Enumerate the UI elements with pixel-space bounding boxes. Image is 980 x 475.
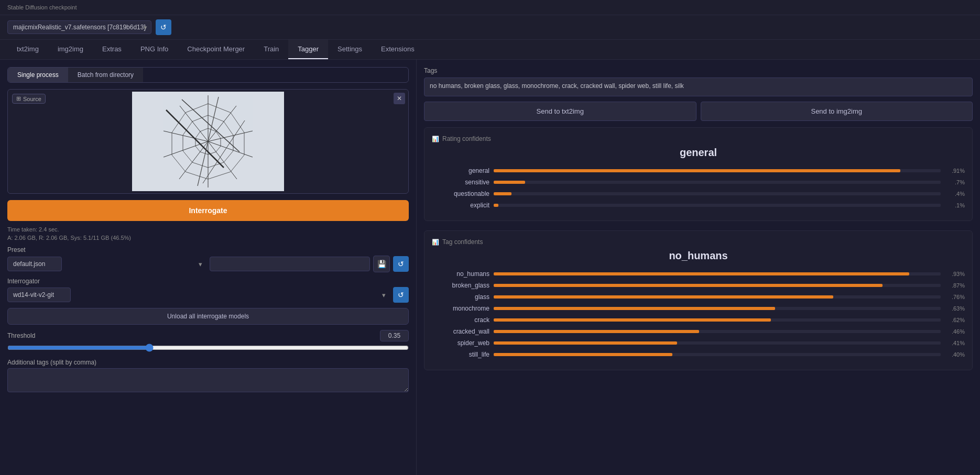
bar-track-sensitive xyxy=(494,181,941,184)
left-panel: Single process Batch from directory ⊞ So… xyxy=(0,60,417,475)
bar-fill-spider-web xyxy=(494,341,677,345)
bar-label-broken-glass: broken_glass xyxy=(432,282,489,289)
tab-extras[interactable]: Extras xyxy=(93,40,131,59)
bar-row-still-life: still_life .40% xyxy=(432,351,965,358)
app-title: Stable Diffusion checkpoint xyxy=(7,4,77,10)
interrogator-select[interactable]: wd14-vit-v2-git xyxy=(7,288,71,302)
threshold-slider[interactable] xyxy=(7,344,409,352)
rating-section: 📊 Rating confidents general general .91%… xyxy=(424,127,973,221)
bar-label-glass: glass xyxy=(432,293,489,301)
unload-models-btn[interactable]: Unload all interrogate models xyxy=(7,308,409,325)
bar-pct-general: .91% xyxy=(945,168,965,174)
bar-label-still-life: still_life xyxy=(432,351,489,358)
bar-pct-cracked-wall: .46% xyxy=(945,328,965,335)
close-image-btn[interactable]: ✕ xyxy=(394,93,405,104)
bar-pct-crack: .62% xyxy=(945,317,965,323)
threshold-label: Threshold xyxy=(7,332,35,339)
tags-label: Tags xyxy=(424,67,973,74)
tab-txt2img[interactable]: txt2img xyxy=(7,40,48,59)
additional-tags-label: Additional tags (split by comma) xyxy=(7,359,409,366)
tab-settings[interactable]: Settings xyxy=(328,40,372,59)
bar-label-spider-web: spider_web xyxy=(432,339,489,347)
bar-fill-explicit xyxy=(494,204,498,207)
bar-pct-questionable: .4% xyxy=(945,191,965,197)
rating-header-label: Rating confidents xyxy=(442,135,491,142)
refresh-preset-btn[interactable]: ↺ xyxy=(393,256,409,272)
tab-img2img[interactable]: img2img xyxy=(48,40,93,59)
bar-row-general: general .91% xyxy=(432,167,965,174)
bar-fill-monochrome xyxy=(494,307,775,310)
bar-label-no-humans: no_humans xyxy=(432,270,489,278)
tag-section: 📊 Tag confidents no_humans no_humans .93… xyxy=(424,230,973,370)
bar-fill-no-humans xyxy=(494,272,909,275)
tab-checkpoint-merger[interactable]: Checkpoint Merger xyxy=(178,40,254,59)
bar-row-spider-web: spider_web .41% xyxy=(432,339,965,347)
bar-label-general: general xyxy=(432,167,489,174)
preset-select[interactable]: default.json xyxy=(7,257,62,271)
threshold-row: Threshold xyxy=(7,330,409,341)
source-label: ⊞ Source xyxy=(12,94,46,104)
bar-label-explicit: explicit xyxy=(432,202,489,209)
bar-fill-cracked-wall xyxy=(494,330,699,333)
bar-label-monochrome: monochrome xyxy=(432,305,489,312)
source-icon: ⊞ xyxy=(16,95,21,102)
main-layout: Single process Batch from directory ⊞ So… xyxy=(0,60,980,475)
refresh-interrogator-btn[interactable]: ↺ xyxy=(393,287,409,303)
refresh-checkpoint-btn[interactable]: ↺ xyxy=(156,19,171,35)
additional-tags-input[interactable] xyxy=(7,368,409,392)
bar-fill-broken-glass xyxy=(494,284,883,287)
interrogator-label: Interrogator xyxy=(7,278,409,285)
checkpoint-select-wrapper: majicmixRealistic_v7.safetensors [7c819b… xyxy=(7,20,151,34)
interrogator-row: wd14-vit-v2-git ↺ xyxy=(7,287,409,303)
nav-tabs: txt2img img2img Extras PNG Info Checkpoi… xyxy=(0,40,980,60)
tag-section-header: 📊 Tag confidents xyxy=(432,238,965,246)
bar-label-sensitive: sensitive xyxy=(432,179,489,186)
bar-track-cracked-wall xyxy=(494,330,941,333)
bar-row-glass: glass .76% xyxy=(432,293,965,301)
bar-track-monochrome xyxy=(494,307,941,310)
bar-fill-general xyxy=(494,169,900,172)
send-to-img2img-btn[interactable]: Send to img2img xyxy=(701,102,973,121)
bar-row-no-humans: no_humans .93% xyxy=(432,270,965,278)
bar-pct-no-humans: .93% xyxy=(945,271,965,277)
tag-chart-title: no_humans xyxy=(432,250,965,262)
preset-name-input[interactable] xyxy=(210,257,370,271)
interrogator-select-wrapper: wd14-vit-v2-git xyxy=(7,288,390,302)
rating-icon: 📊 xyxy=(432,136,439,142)
bar-track-crack xyxy=(494,318,941,322)
tab-extensions[interactable]: Extensions xyxy=(372,40,424,59)
bar-pct-explicit: .1% xyxy=(945,202,965,208)
preset-save-row: 💾 ↺ xyxy=(210,256,409,272)
tag-icon: 📊 xyxy=(432,239,439,246)
process-tab-buttons: Single process Batch from directory xyxy=(7,67,409,83)
bar-fill-still-life xyxy=(494,353,672,356)
tab-png-info[interactable]: PNG Info xyxy=(131,40,178,59)
preset-label: Preset xyxy=(7,246,409,253)
bar-fill-sensitive xyxy=(494,181,525,184)
bar-pct-broken-glass: .87% xyxy=(945,282,965,289)
send-buttons: Send to txt2img Send to img2img xyxy=(424,102,973,121)
bar-pct-still-life: .40% xyxy=(945,351,965,358)
right-panel: Tags no humans, broken glass, glass, mon… xyxy=(417,60,980,475)
tab-batch-directory[interactable]: Batch from directory xyxy=(68,68,143,82)
bar-row-sensitive: sensitive .7% xyxy=(432,179,965,186)
interrogate-button[interactable]: Interrogate xyxy=(7,200,409,221)
tag-header-label: Tag confidents xyxy=(442,238,483,246)
checkpoint-select[interactable]: majicmixRealistic_v7.safetensors [7c819b… xyxy=(7,20,151,34)
bar-fill-questionable xyxy=(494,192,511,195)
bar-fill-crack xyxy=(494,318,771,322)
threshold-input[interactable] xyxy=(380,330,409,341)
image-upload-area[interactable]: ⊞ Source ✕ xyxy=(7,89,409,194)
tab-train[interactable]: Train xyxy=(254,40,288,59)
send-to-txt2img-btn[interactable]: Send to txt2img xyxy=(424,102,696,121)
bar-track-broken-glass xyxy=(494,284,941,287)
bar-row-explicit: explicit .1% xyxy=(432,202,965,209)
bar-track-spider-web xyxy=(494,341,941,345)
app-title-bar: Stable Diffusion checkpoint xyxy=(0,0,980,15)
save-preset-btn[interactable]: 💾 xyxy=(373,256,390,272)
preset-select-wrapper: default.json xyxy=(7,257,206,271)
tab-single-process[interactable]: Single process xyxy=(8,68,68,82)
tab-tagger[interactable]: Tagger xyxy=(288,40,328,59)
spider-web-image xyxy=(132,92,284,191)
bar-label-cracked-wall: cracked_wall xyxy=(432,328,489,335)
